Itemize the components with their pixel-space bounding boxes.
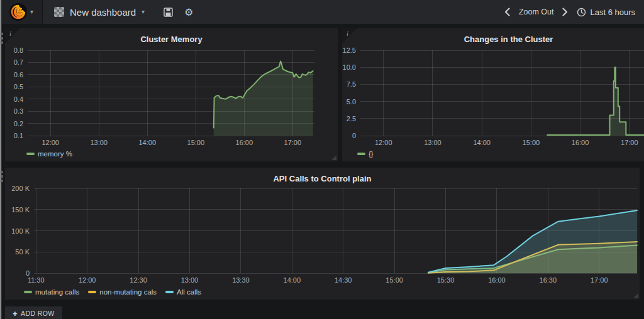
svg-text:0.8: 0.8: [14, 46, 23, 54]
dashboard-grid-icon: [54, 7, 64, 17]
dashboard-picker-button[interactable]: New dashboard ▾: [54, 7, 145, 18]
window-edge-strip: [0, 0, 2, 319]
svg-text:15:00: 15:00: [523, 139, 540, 146]
svg-text:12:00: 12:00: [42, 139, 59, 146]
top-navbar: ▾ New dashboard ▾ ⚙ Zoom Out: [0, 0, 644, 24]
svg-text:0.5: 0.5: [14, 83, 23, 90]
legend-color-dash: [357, 153, 365, 155]
gear-icon: ⚙: [184, 6, 193, 18]
svg-text:0.1: 0.1: [14, 132, 23, 139]
svg-text:14:00: 14:00: [138, 139, 156, 146]
svg-text:2.5: 2.5: [347, 115, 356, 122]
svg-text:12:00: 12:00: [79, 276, 96, 284]
svg-text:17:00: 17:00: [591, 276, 608, 284]
save-floppy-icon: [164, 8, 173, 17]
shift-time-back-button[interactable]: [504, 8, 510, 16]
legend: mutating callsnon-mutating calsAll calls: [24, 288, 201, 296]
panel-resize-grip[interactable]: [331, 155, 336, 160]
svg-text:0.7: 0.7: [14, 58, 23, 66]
svg-text:0: 0: [26, 269, 30, 277]
svg-text:15:00: 15:00: [386, 276, 403, 284]
clock-icon: [577, 8, 586, 17]
svg-text:200 K: 200 K: [11, 185, 30, 192]
svg-text:0.3: 0.3: [14, 107, 23, 115]
svg-text:17:00: 17:00: [284, 139, 302, 146]
svg-text:12.5: 12.5: [343, 46, 356, 54]
svg-text:14:30: 14:30: [335, 276, 352, 284]
time-range-label: Last 6 hours: [590, 8, 635, 17]
svg-text:7.5: 7.5: [347, 80, 356, 88]
info-icon[interactable]: i: [9, 30, 11, 37]
svg-text:16:00: 16:00: [572, 139, 589, 146]
panel-resize-grip[interactable]: [633, 293, 638, 298]
grafana-logo-icon: [9, 3, 28, 21]
legend-color-dash: [165, 291, 174, 293]
time-range-picker-button[interactable]: Last 6 hours: [577, 8, 635, 17]
svg-text:15:00: 15:00: [187, 139, 205, 146]
info-icon[interactable]: i: [347, 30, 348, 37]
svg-text:0.4: 0.4: [14, 95, 23, 103]
add-row-label: ADD ROW: [21, 310, 55, 317]
svg-text:0: 0: [352, 132, 356, 139]
svg-text:13:00: 13:00: [424, 139, 441, 146]
legend-item[interactable]: All calls: [165, 288, 201, 296]
panel-corner-triangle: [342, 28, 357, 43]
svg-text:5.0: 5.0: [347, 98, 356, 105]
legend-label: non-mutating cals: [99, 288, 157, 296]
legend-item[interactable]: mutating calls: [24, 288, 79, 296]
legend: memory %: [26, 150, 72, 158]
legend-item[interactable]: {}: [357, 150, 374, 158]
caret-down-icon: ▾: [142, 9, 145, 15]
svg-text:0.2: 0.2: [14, 120, 23, 127]
row-drag-handle[interactable]: [1, 33, 4, 44]
cluster-changes-chart[interactable]: 12:0013:0014:0015:0016:0017:0002.55.07.5…: [342, 28, 644, 161]
cluster-memory-chart[interactable]: 12:0013:0014:0015:0016:0017:000.10.20.30…: [5, 28, 338, 161]
dashboard-title: New dashboard: [70, 7, 136, 18]
svg-text:15:30: 15:30: [437, 276, 455, 284]
api-calls-chart[interactable]: 11:3012:0012:3013:0013:3014:0014:3015:00…: [5, 168, 640, 300]
svg-text:13:00: 13:00: [90, 139, 108, 146]
svg-text:14:00: 14:00: [473, 139, 491, 146]
svg-text:17:00: 17:00: [621, 139, 638, 146]
legend-label: memory %: [38, 150, 72, 158]
settings-button[interactable]: ⚙: [184, 6, 193, 18]
legend-item[interactable]: memory %: [26, 150, 72, 158]
panel-title[interactable]: Changes in the Cluster: [342, 28, 644, 44]
svg-text:13:00: 13:00: [181, 276, 199, 284]
legend-label: All calls: [177, 288, 201, 296]
svg-text:14:00: 14:00: [284, 276, 301, 284]
svg-text:50 K: 50 K: [15, 248, 30, 256]
svg-text:10.0: 10.0: [343, 63, 356, 71]
svg-text:150 K: 150 K: [11, 206, 30, 214]
panel-title[interactable]: API Calls to Control plain: [5, 168, 640, 183]
legend-item[interactable]: non-mutating cals: [88, 288, 157, 296]
svg-text:12:30: 12:30: [130, 276, 147, 284]
legend-color-dash: [24, 291, 32, 293]
plus-icon: +: [13, 309, 18, 318]
legend-label: mutating calls: [35, 288, 79, 296]
panel-corner-triangle: [5, 28, 20, 43]
legend-color-dash: [26, 153, 35, 155]
svg-text:16:30: 16:30: [540, 276, 557, 284]
zoom-out-label: Zoom Out: [519, 8, 554, 16]
svg-text:16:00: 16:00: [236, 139, 253, 146]
caret-down-icon: ▾: [30, 9, 33, 15]
add-row-button[interactable]: + ADD ROW: [5, 306, 62, 319]
shift-time-forward-button[interactable]: [562, 8, 568, 16]
svg-text:0.6: 0.6: [14, 71, 23, 78]
panel-api-calls: API Calls to Control plain 11:3012:0012:…: [5, 168, 640, 300]
zoom-out-button[interactable]: Zoom Out: [519, 8, 554, 16]
chevron-right-icon: [562, 8, 568, 16]
panel-changes-in-cluster: i Changes in the Cluster 12:0013:0014:00…: [342, 28, 644, 161]
panel-cluster-memory: i Cluster Memory 12:0013:0014:0015:0016:…: [5, 28, 338, 161]
grafana-menu-button[interactable]: ▾: [0, 0, 43, 24]
svg-text:13:30: 13:30: [232, 276, 250, 284]
chevron-left-icon: [504, 8, 510, 16]
panel-title[interactable]: Cluster Memory: [5, 28, 338, 44]
legend-label: {}: [369, 150, 374, 158]
svg-text:16:00: 16:00: [488, 276, 506, 284]
row-drag-handle[interactable]: [1, 171, 4, 182]
svg-text:12:00: 12:00: [375, 139, 392, 146]
legend: {}: [357, 150, 374, 158]
save-dashboard-button[interactable]: [164, 8, 173, 17]
